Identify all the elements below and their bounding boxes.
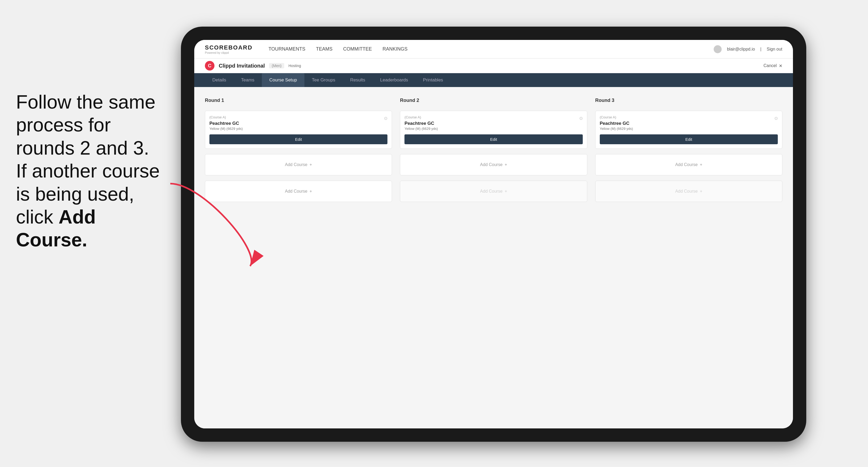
round-2-add-course-2: Add Course + (400, 181, 587, 202)
user-avatar (714, 45, 722, 53)
nav-right: blair@clippd.io | Sign out (714, 45, 782, 53)
tab-course-setup[interactable]: Course Setup (262, 73, 304, 87)
nav-rankings[interactable]: RANKINGS (383, 46, 408, 52)
tab-details[interactable]: Details (205, 73, 234, 87)
nav-links: TOURNAMENTS TEAMS COMMITTEE RANKINGS (269, 46, 408, 52)
round-2-edit-button[interactable]: Edit (404, 134, 583, 144)
sign-out-separator: | (760, 47, 761, 52)
nav-teams[interactable]: TEAMS (316, 46, 333, 52)
round-3-title: Round 3 (595, 98, 782, 103)
tournament-logo: C (205, 61, 214, 70)
sign-out-link[interactable]: Sign out (767, 47, 782, 52)
logo-area: SCOREBOARD Powered by clippd (205, 44, 252, 54)
tournament-bar: C Clippd Invitational (Men) Hosting Canc… (194, 59, 793, 73)
round-1-add-course-2[interactable]: Add Course + (205, 181, 392, 202)
round-2-add-course-label: Add Course (480, 162, 503, 167)
round-2-add-course-plus: + (505, 162, 507, 167)
round-3-add-course-plus: + (700, 162, 702, 167)
round-1-add-course-2-label: Add Course (285, 189, 308, 194)
rounds-grid: Round 1 (Course A) ⊙ Peachtree GC Yellow… (205, 98, 782, 202)
round-1-edit-button[interactable]: Edit (209, 134, 388, 144)
tab-nav: Details Teams Course Setup Tee Groups Re… (194, 73, 793, 87)
round-3-course-name: Peachtree GC (600, 121, 778, 126)
round-1-title: Round 1 (205, 98, 392, 103)
logo-text: SCOREBOARD (205, 44, 252, 51)
tournament-info: C Clippd Invitational (Men) Hosting (205, 61, 301, 70)
round-3-course-label: (Course A) (600, 115, 616, 119)
tab-printables[interactable]: Printables (416, 73, 451, 87)
instruction-line3: rounds 2 and 3. (16, 137, 149, 159)
hosting-badge: Hosting (288, 64, 301, 68)
round-3-edit-button[interactable]: Edit (600, 134, 778, 144)
round-1-delete-icon[interactable]: ⊙ (384, 116, 388, 121)
round-2-course-detail: Yellow (M) (6629 yds) (404, 127, 583, 131)
instruction-line5: is being used, (16, 183, 134, 205)
round-3-course-detail: Yellow (M) (6629 yds) (600, 127, 778, 131)
instruction-line1: Follow the same (16, 91, 155, 113)
round-3-course-card: (Course A) ⊙ Peachtree GC Yellow (M) (66… (595, 111, 782, 149)
top-nav: SCOREBOARD Powered by clippd TOURNAMENTS… (194, 40, 793, 59)
round-3-add-course[interactable]: Add Course + (595, 154, 782, 175)
tab-teams[interactable]: Teams (234, 73, 262, 87)
cancel-icon: ✕ (779, 63, 782, 68)
round-2-course-label: (Course A) (404, 115, 421, 119)
round-2-course-card: (Course A) ⊙ Peachtree GC Yellow (M) (66… (400, 111, 587, 149)
round-1-course-detail: Yellow (M) (6629 yds) (209, 127, 388, 131)
round-2-add-course-2-plus: + (505, 189, 507, 194)
round-1-column: Round 1 (Course A) ⊙ Peachtree GC Yellow… (205, 98, 392, 202)
round-2-add-course[interactable]: Add Course + (400, 154, 587, 175)
round-3-column: Round 3 (Course A) ⊙ Peachtree GC Yellow… (595, 98, 782, 202)
round-3-add-course-2: Add Course + (595, 181, 782, 202)
round-1-course-label: (Course A) (209, 115, 226, 119)
instruction-line2: process for (16, 114, 111, 135)
round-1-course-name: Peachtree GC (209, 121, 388, 126)
round-1-course-card: (Course A) ⊙ Peachtree GC Yellow (M) (66… (205, 111, 392, 149)
round-1-add-course-plus: + (309, 162, 312, 167)
round-1-add-course[interactable]: Add Course + (205, 154, 392, 175)
tournament-gender: (Men) (269, 63, 284, 68)
instruction-line6-prefix: click (16, 206, 59, 227)
round-1-add-course-label: Add Course (285, 162, 308, 167)
tablet-screen: SCOREBOARD Powered by clippd TOURNAMENTS… (194, 40, 793, 428)
tab-leaderboards[interactable]: Leaderboards (373, 73, 416, 87)
round-3-delete-icon[interactable]: ⊙ (774, 116, 778, 121)
user-email: blair@clippd.io (727, 47, 755, 52)
tab-results[interactable]: Results (343, 73, 373, 87)
cancel-label: Cancel (764, 63, 777, 68)
nav-committee[interactable]: COMMITTEE (343, 46, 372, 52)
round-2-title: Round 2 (400, 98, 587, 103)
round-3-add-course-2-plus: + (700, 189, 702, 194)
cancel-area[interactable]: Cancel ✕ (764, 63, 782, 68)
round-2-delete-icon[interactable]: ⊙ (579, 116, 583, 121)
instruction-text: Follow the same process for rounds 2 and… (0, 80, 181, 262)
tab-tee-groups[interactable]: Tee Groups (304, 73, 343, 87)
logo-sub: Powered by clippd (205, 51, 252, 54)
round-3-add-course-label: Add Course (675, 162, 698, 167)
round-2-course-name: Peachtree GC (404, 121, 583, 126)
round-3-add-course-2-label: Add Course (675, 189, 698, 194)
round-2-add-course-2-label: Add Course (480, 189, 503, 194)
instruction-line4: If another course (16, 160, 160, 182)
round-1-add-course-2-plus: + (309, 189, 312, 194)
main-content: Round 1 (Course A) ⊙ Peachtree GC Yellow… (194, 87, 793, 428)
tournament-name: Clippd Invitational (219, 63, 265, 69)
tablet-device: SCOREBOARD Powered by clippd TOURNAMENTS… (181, 27, 806, 442)
nav-tournaments[interactable]: TOURNAMENTS (269, 46, 306, 52)
round-2-column: Round 2 (Course A) ⊙ Peachtree GC Yellow… (400, 98, 587, 202)
nav-left: SCOREBOARD Powered by clippd TOURNAMENTS… (205, 44, 408, 54)
